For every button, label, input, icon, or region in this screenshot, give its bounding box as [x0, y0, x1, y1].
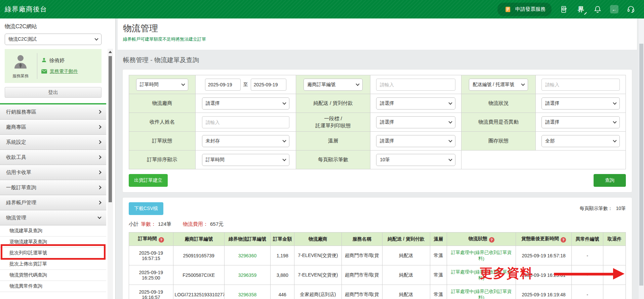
column-header: 溫層	[430, 232, 447, 246]
table-cell: -	[571, 246, 603, 265]
page-header: 物流管理 綠界帳戶可建單額度不足時將無法建立訂單	[118, 18, 637, 50]
results-table: 訂單時間?廠商訂單編號綠界物流訂單編號訂單金額物流廠商服務名稱純配送 / 貨到付…	[129, 232, 626, 299]
results-header-row: 訂單時間?廠商訂單編號綠界物流訂單編號訂單金額物流廠商服務名稱純配送 / 貨到付…	[129, 232, 626, 246]
query-button[interactable]: 查詢	[594, 174, 626, 187]
breadcrumb: 帳務管理 - 物流建單及查詢	[123, 56, 632, 65]
table-cell[interactable]: 3296360	[224, 246, 270, 265]
table-cell: 2025-09-19 16:57:18	[516, 246, 572, 265]
sort-order-select[interactable]: 訂單時間	[202, 154, 289, 166]
page-scrollbar-thumb[interactable]	[639, 44, 643, 286]
temperature-select[interactable]: 請選擇	[376, 135, 455, 147]
filter-table: 訂單時間 至 廠商訂單編號	[129, 75, 626, 169]
per-page-display: 每頁顯示筆數：10筆	[579, 206, 626, 212]
column-header: 廠商訂單編號	[173, 232, 224, 246]
create-shipping-order-button[interactable]: 出貨訂單建立	[129, 174, 168, 187]
merchant-order-input[interactable]	[376, 79, 455, 91]
sidebar-menu-item-label: 行銷服務專區	[6, 109, 36, 115]
chevron-down-icon	[448, 101, 452, 104]
column-header: 異常件編號	[571, 232, 603, 246]
site-label: 物流C2C網站	[5, 23, 111, 30]
shipping-no-input[interactable]	[541, 79, 620, 91]
label-print-status-select[interactable]: 請選擇	[376, 116, 455, 128]
sidebar-menu-item[interactable]: 廠商專區	[0, 120, 106, 135]
ecpay-logo-icon[interactable]: 界	[576, 5, 585, 14]
sidebar-submenu-item[interactable]: 物流異常件查詢	[0, 281, 106, 292]
user-name: 徐侑婷	[49, 57, 65, 64]
shipping-no-field-select[interactable]: 配送編號 / 托運單號	[469, 79, 528, 91]
table-cell: 2025-09-19 16:19:48	[516, 285, 572, 299]
user-panel: 服務業務 徐侑婷 業務電子郵件	[5, 49, 102, 83]
sidebar-menu-item[interactable]: 系統設定	[0, 135, 106, 150]
sidebar-submenu-item[interactable]: 批次上傳出貨訂單	[0, 259, 106, 270]
table-cell[interactable]: 3296358	[224, 285, 270, 299]
apply-invoice-service-label: 申請發票服務	[515, 6, 546, 12]
table-cell: 超商門市寄/取貨	[341, 285, 382, 299]
headset-icon[interactable]	[627, 5, 635, 14]
column-header: 訂單金額	[271, 232, 294, 246]
page-subtitle: 綠界帳戶可建單額度不足時將無法建立訂單	[123, 36, 632, 42]
bell-icon[interactable]	[593, 5, 602, 14]
column-header: 貨態最後更新時間?	[516, 232, 572, 246]
help-icon[interactable]: ?	[561, 237, 566, 243]
business-email-link[interactable]: 業務電子郵件	[50, 69, 78, 75]
sidebar-menu-item[interactable]: 行銷服務專區	[0, 104, 106, 120]
fee-label: 物流費用：	[183, 221, 208, 227]
logout-button[interactable]: 登出	[5, 87, 102, 98]
sidebar-menu-item[interactable]: 一般訂單查詢	[0, 180, 106, 195]
left-arrow-icon: ←	[612, 6, 617, 12]
delivery-cod-label: 純配送 / 貨到付款	[296, 94, 370, 113]
hold-status-select[interactable]: 全部	[541, 135, 620, 147]
table-cell: 1,198	[271, 246, 294, 265]
fee-value: 657元	[210, 221, 224, 227]
sidebar-menu-item[interactable]: 綠界帳戶管理	[0, 195, 106, 210]
chevron-down-icon	[521, 82, 525, 86]
time-field-select[interactable]: 訂單時間	[136, 79, 188, 91]
chevron-down-icon	[182, 82, 185, 86]
page-scrollbar[interactable]	[639, 18, 644, 299]
time-field-value: 訂單時間	[140, 81, 159, 88]
avatar	[12, 53, 29, 72]
scroll-up-arrow-icon[interactable]	[109, 51, 112, 53]
chevron-right-icon	[97, 125, 101, 129]
column-header: 純配送 / 貨到付款	[382, 232, 430, 246]
column-header: 訂單時間?	[129, 232, 173, 246]
sidebar-menu-item[interactable]: 物流管理	[0, 210, 106, 225]
sidebar-submenu-item[interactable]: 物流建單及查詢	[0, 225, 106, 237]
table-cell[interactable]: 3296359	[224, 265, 270, 285]
order-status-select[interactable]: 未封存	[202, 135, 289, 147]
download-csv-button[interactable]: 下載CSV檔	[129, 202, 163, 215]
table-cell: 2025-09-19 16:16:57	[129, 285, 173, 299]
sidebar-menu-item[interactable]: 信用卡收單	[0, 165, 106, 180]
table-cell[interactable]: 訂單處理中(綠界已收到訂單資料)	[447, 246, 516, 265]
merchant-order-field-select[interactable]: 廠商訂單編號	[304, 79, 362, 91]
help-icon[interactable]: ?	[159, 237, 164, 243]
logistics-status-select[interactable]: 請選擇	[541, 97, 620, 110]
site-select[interactable]: 物流C2C測試	[5, 34, 102, 45]
per-page-select[interactable]: 10筆	[376, 154, 455, 166]
date-from-input[interactable]	[205, 79, 241, 91]
table-cell[interactable]: 訂單處理中(綠界已收到訂單資料)	[447, 285, 516, 299]
table-cell: 2025-09-19 16:25:00	[129, 265, 173, 285]
person-icon	[41, 57, 47, 64]
logistics-status-label: 物流狀況	[461, 94, 536, 113]
chevron-down-icon	[448, 157, 452, 161]
logistics-provider-select[interactable]: 請選擇	[202, 97, 289, 110]
column-header: 服務名稱	[341, 232, 382, 246]
sidebar-menu-item[interactable]: 收款工具	[0, 150, 106, 165]
highlight-box-annotation	[1, 244, 106, 260]
collapse-sidebar-button[interactable]: ←	[610, 5, 618, 13]
sidebar-scrollbar-thumb[interactable]	[109, 56, 112, 202]
envelope-icon	[41, 69, 47, 75]
sidebar-scrollbar[interactable]	[108, 49, 113, 299]
sidebar-submenu-item[interactable]: 物流貨態代碼查詢	[0, 270, 106, 281]
apply-invoice-service-button[interactable]: 申請發票服務	[497, 3, 552, 16]
fee-changed-select[interactable]: 請選擇	[541, 116, 620, 128]
delivery-cod-select[interactable]: 請選擇	[376, 97, 455, 110]
table-cell: 7-ELEVEN(交貨便)	[294, 265, 341, 285]
chevron-down-icon	[613, 101, 616, 104]
table-cell: 常溫	[430, 246, 447, 265]
help-icon[interactable]: ?	[489, 237, 494, 243]
invoice-lookup-icon[interactable]	[560, 5, 568, 14]
date-to-input[interactable]	[251, 79, 286, 91]
receiver-name-input[interactable]	[202, 116, 289, 128]
